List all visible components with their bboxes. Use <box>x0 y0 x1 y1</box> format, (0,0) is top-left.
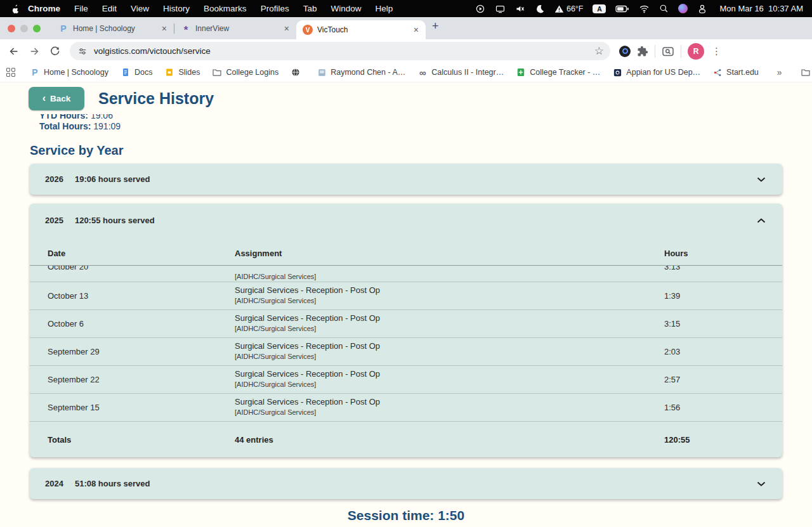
year-panel-header[interactable]: 2025 120:55 hours served <box>30 204 782 237</box>
tab-innerview[interactable]: * InnerView × <box>174 17 296 39</box>
forward-nav-icon[interactable] <box>25 42 43 60</box>
ytd-label: YTD Hours: <box>39 114 88 120</box>
window-controls <box>8 17 41 39</box>
year-panel-header[interactable]: 2024 51:08 hours served <box>30 468 782 499</box>
wifi-icon[interactable] <box>639 4 650 13</box>
expand-chevron-icon[interactable] <box>753 468 769 499</box>
total-label: Total Hours: <box>39 121 91 131</box>
bookmark-label: Docs <box>134 68 152 77</box>
share-graph-icon <box>712 67 723 77</box>
row-assignment: Surgical Services - Reception - Post Op … <box>235 338 664 365</box>
folder-icon <box>801 67 811 77</box>
close-window-button[interactable] <box>8 25 15 32</box>
expand-chevron-icon[interactable] <box>753 164 769 195</box>
back-nav-icon[interactable] <box>5 42 23 60</box>
menu-window[interactable]: Window <box>324 4 368 13</box>
table-row: September 29 Surgical Services - Recepti… <box>30 338 782 366</box>
infinity-icon: ∞ <box>417 67 428 77</box>
year-panels: 2026 19:06 hours served 2025 120:55 hour… <box>30 164 782 499</box>
bookmark-college-tracker[interactable]: College Tracker - … <box>513 67 603 77</box>
browser-toolbar: volgistics.com/victouch/service ☆ R ⋮ <box>0 39 812 63</box>
menu-bookmarks[interactable]: Bookmarks <box>197 4 254 13</box>
menu-help[interactable]: Help <box>368 4 400 13</box>
reload-icon[interactable] <box>46 42 63 60</box>
close-tab-icon[interactable]: × <box>282 23 291 34</box>
table-header: Date Assignment Hours <box>30 237 782 266</box>
battery-icon[interactable] <box>615 4 629 13</box>
tab-schoology[interactable]: P Home | Schoology × <box>52 17 174 39</box>
display-icon[interactable] <box>495 4 506 14</box>
input-source-icon[interactable]: A <box>593 4 606 13</box>
extensions-puzzle-icon[interactable] <box>637 46 648 57</box>
spotlight-search-icon[interactable] <box>659 4 669 13</box>
menu-chrome[interactable]: Chrome <box>21 4 67 13</box>
year-summary: 120:55 hours served <box>75 216 155 225</box>
bookmark-star-icon[interactable]: ☆ <box>594 44 604 58</box>
bookmark-globe[interactable] <box>287 67 308 77</box>
menu-tab[interactable]: Tab <box>296 4 324 13</box>
bookmark-schoology[interactable]: P Home | Schoology <box>27 67 112 77</box>
adblock-extension-icon[interactable] <box>619 46 631 57</box>
chrome-menu-icon[interactable]: ⋮ <box>710 46 723 57</box>
apps-grid-icon[interactable] <box>6 68 15 77</box>
bookmark-slides[interactable]: Slides <box>161 67 203 77</box>
new-tab-button[interactable]: + <box>426 20 445 37</box>
address-bar[interactable]: volgistics.com/victouch/service ☆ <box>70 42 610 60</box>
zoom-window-button[interactable] <box>33 25 41 32</box>
schoology-favicon: P <box>30 67 40 77</box>
menu-history[interactable]: History <box>156 4 197 13</box>
sheets-icon <box>516 67 526 77</box>
screen-record-icon[interactable] <box>475 4 485 14</box>
menu-view[interactable]: View <box>124 4 156 13</box>
tab-title: Home | Schoology <box>73 24 155 33</box>
row-hours: 2:57 <box>664 366 782 393</box>
weather-temp[interactable]: 66°F <box>554 4 584 13</box>
user-switch-icon[interactable] <box>697 4 707 14</box>
close-tab-icon[interactable]: × <box>160 23 169 34</box>
menu-file[interactable]: File <box>67 4 95 13</box>
bookmark-docs[interactable]: Docs <box>117 67 155 77</box>
focus-moon-icon[interactable] <box>535 4 545 14</box>
bookmark-college-logins-folder[interactable]: College Logins <box>209 67 282 77</box>
bookmark-label: Slides <box>178 68 200 77</box>
profile-avatar[interactable]: R <box>688 43 704 60</box>
url-text[interactable]: volgistics.com/victouch/service <box>94 46 588 56</box>
year-summary: 51:08 hours served <box>75 479 150 488</box>
bookmark-label: Home | Schoology <box>44 68 108 77</box>
site-settings-icon[interactable] <box>77 46 88 56</box>
row-assignment: Surgical Services - Reception - Post Op … <box>235 282 664 309</box>
menu-profiles[interactable]: Profiles <box>254 4 296 13</box>
tab-search-icon[interactable] <box>662 46 674 57</box>
row-assignment: [AIDHC/Surgical Services] <box>235 266 664 282</box>
row-date: October 20 <box>48 266 235 278</box>
bookmark-label: Raymond Chen - A… <box>331 68 405 77</box>
hours-summary: YTD Hours: 19:06 Total Hours: 191:09 <box>0 114 812 132</box>
totals-label: Totals <box>48 435 235 445</box>
row-assignment-sub: [AIDHC/Surgical Services] <box>235 296 664 305</box>
year-label: 2025 <box>45 216 63 225</box>
row-assignment-sub: [AIDHC/Surgical Services] <box>235 324 664 333</box>
mute-icon[interactable] <box>515 4 525 14</box>
bookmark-raymond-chen[interactable]: Raymond Chen - A… <box>313 67 409 77</box>
section-title: Service by Year <box>30 143 812 157</box>
year-panel-header[interactable]: 2026 19:06 hours served <box>30 164 782 195</box>
bookmark-start-edu[interactable]: Start.edu <box>709 67 762 77</box>
row-date: September 22 <box>48 366 235 393</box>
tab-victouch-active[interactable]: V VicTouch × <box>296 20 426 39</box>
row-hours: 1:39 <box>664 282 782 309</box>
all-bookmarks-button[interactable]: All Bookmarks <box>797 67 812 77</box>
apple-icon[interactable] <box>11 4 20 14</box>
row-assignment: Surgical Services - Reception - Post Op … <box>235 366 664 393</box>
menubar-clock[interactable]: Mon Mar 16 10:37 AM <box>719 4 803 13</box>
total-hours-line: Total Hours: 191:09 <box>39 121 812 132</box>
minimize-window-button[interactable] <box>20 25 28 32</box>
row-date: October 13 <box>48 282 235 309</box>
bookmarks-overflow-icon[interactable]: » <box>773 67 786 77</box>
bookmark-calculus[interactable]: ∞ Calculus II - Integr… <box>414 67 507 77</box>
collapse-chevron-icon[interactable] <box>753 204 769 237</box>
close-tab-icon[interactable]: × <box>412 25 421 35</box>
siri-icon[interactable] <box>678 4 688 13</box>
back-button[interactable]: ‹ Back <box>29 87 84 110</box>
bookmark-appian[interactable]: Appian for US Dep… <box>609 67 704 77</box>
menu-edit[interactable]: Edit <box>95 4 124 13</box>
